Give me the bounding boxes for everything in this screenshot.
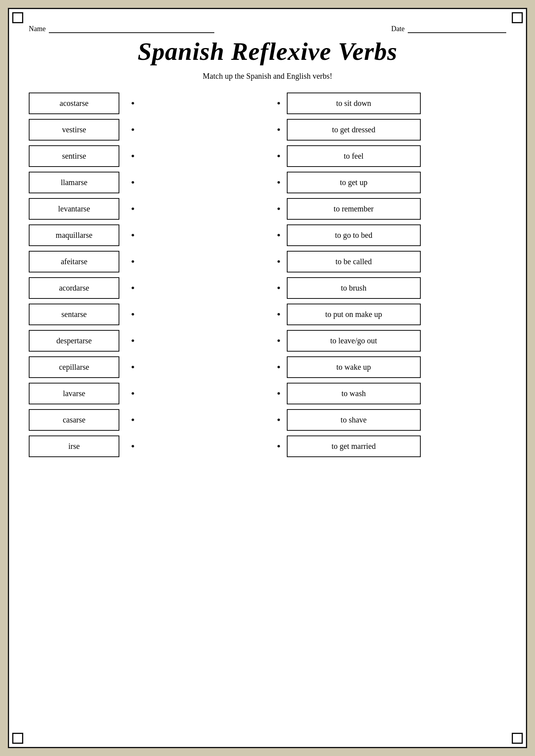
date-field-area: Date [391, 25, 506, 33]
english-verb-8: to put on make up [325, 310, 382, 319]
english-verb-box-6: to be called [287, 251, 421, 272]
right-side-11: • to wash [277, 383, 506, 404]
match-row: afeitarse • • to be called [29, 251, 506, 272]
spanish-verb-2: sentirse [62, 152, 86, 161]
spanish-verb-box-4: levantarse [29, 198, 119, 220]
spanish-verb-12: casarse [63, 415, 85, 424]
match-row: acostarse • • to sit down [29, 93, 506, 114]
spanish-verb-7: acordarse [59, 284, 89, 293]
left-dot-11: • [131, 388, 134, 399]
right-dot-6: • [277, 256, 280, 267]
english-verb-9: to leave/go out [330, 336, 377, 345]
left-dot-3: • [131, 177, 134, 188]
english-verb-13: to get married [332, 442, 376, 451]
match-row: levantarse • • to remember [29, 198, 506, 220]
english-verb-box-5: to go to bed [287, 224, 421, 246]
left-column-7: acordarse • [29, 277, 258, 299]
left-dot-0: • [131, 98, 134, 109]
spanish-verb-box-6: afeitarse [29, 251, 119, 272]
english-verb-7: to brush [341, 284, 366, 293]
right-dot-0: • [277, 98, 280, 109]
corner-decoration-bl [12, 733, 23, 744]
english-verb-box-7: to brush [287, 277, 421, 299]
spanish-verb-8: sentarse [61, 310, 87, 319]
english-verb-box-10: to wake up [287, 356, 421, 378]
name-underline [49, 25, 214, 33]
right-side-8: • to put on make up [277, 304, 506, 325]
right-side-9: • to leave/go out [277, 330, 506, 352]
match-row: sentarse • • to put on make up [29, 304, 506, 325]
english-verb-10: to wake up [336, 363, 371, 372]
english-verb-box-13: to get married [287, 435, 421, 457]
right-dot-13: • [277, 441, 280, 452]
right-dot-12: • [277, 415, 280, 425]
match-row: sentirse • • to feel [29, 145, 506, 167]
left-column-8: sentarse • [29, 304, 258, 325]
left-dot-1: • [131, 124, 134, 135]
match-row: despertarse • • to leave/go out [29, 330, 506, 352]
match-row: maquillarse • • to go to bed [29, 224, 506, 246]
left-column-3: llamarse • [29, 172, 258, 193]
right-dot-2: • [277, 151, 280, 161]
left-column-11: lavarse • [29, 383, 258, 404]
right-dot-11: • [277, 388, 280, 399]
match-row: llamarse • • to get up [29, 172, 506, 193]
left-column-10: cepillarse • [29, 356, 258, 378]
right-side-0: • to sit down [277, 93, 506, 114]
corner-decoration-tr [512, 12, 523, 23]
english-verb-box-1: to get dressed [287, 119, 421, 141]
english-verb-4: to remember [334, 204, 374, 213]
left-column-0: acostarse • [29, 93, 258, 114]
match-row: irse • • to get married [29, 435, 506, 457]
spanish-verb-box-0: acostarse [29, 93, 119, 114]
right-side-7: • to brush [277, 277, 506, 299]
english-verb-box-4: to remember [287, 198, 421, 220]
right-side-5: • to go to bed [277, 224, 506, 246]
left-dot-5: • [131, 230, 134, 241]
left-dot-10: • [131, 362, 134, 372]
right-side-6: • to be called [277, 251, 506, 272]
english-verb-3: to get up [340, 178, 368, 187]
spanish-verb-box-2: sentirse [29, 145, 119, 167]
match-row: lavarse • • to wash [29, 383, 506, 404]
spanish-verb-9: despertarse [56, 336, 92, 345]
right-side-10: • to wake up [277, 356, 506, 378]
right-dot-3: • [277, 177, 280, 188]
right-side-1: • to get dressed [277, 119, 506, 141]
left-dot-8: • [131, 309, 134, 320]
date-underline [408, 25, 506, 33]
spanish-verb-11: lavarse [63, 389, 85, 398]
english-verb-11: to wash [342, 389, 366, 398]
right-dot-10: • [277, 362, 280, 372]
left-column-5: maquillarse • [29, 224, 258, 246]
right-side-3: • to get up [277, 172, 506, 193]
spanish-verb-1: vestirse [62, 125, 86, 134]
left-dot-4: • [131, 204, 134, 214]
english-verb-1: to get dressed [332, 125, 375, 134]
english-verb-12: to shave [341, 415, 367, 424]
spanish-verb-4: levantarse [58, 204, 90, 213]
english-verb-box-12: to shave [287, 409, 421, 431]
left-dot-9: • [131, 335, 134, 346]
english-verb-6: to be called [336, 257, 372, 266]
spanish-verb-10: cepillarse [59, 363, 89, 372]
right-side-2: • to feel [277, 145, 506, 167]
right-dot-7: • [277, 283, 280, 293]
worksheet-page: Name Date Spanish Reflexive Verbs Match … [8, 8, 527, 748]
name-date-row: Name Date [29, 25, 506, 33]
spanish-verb-5: maquillarse [56, 231, 92, 240]
left-dot-7: • [131, 283, 134, 293]
spanish-verb-box-3: llamarse [29, 172, 119, 193]
spanish-verb-box-12: casarse [29, 409, 119, 431]
english-verb-box-2: to feel [287, 145, 421, 167]
corner-decoration-br [512, 733, 523, 744]
match-row: cepillarse • • to wake up [29, 356, 506, 378]
spanish-verb-6: afeitarse [61, 257, 87, 266]
right-dot-5: • [277, 230, 280, 241]
spanish-verb-box-9: despertarse [29, 330, 119, 352]
page-title: Spanish Reflexive Verbs [29, 37, 506, 66]
right-dot-4: • [277, 204, 280, 214]
spanish-verb-box-1: vestirse [29, 119, 119, 141]
left-column-1: vestirse • [29, 119, 258, 141]
spanish-verb-box-11: lavarse [29, 383, 119, 404]
